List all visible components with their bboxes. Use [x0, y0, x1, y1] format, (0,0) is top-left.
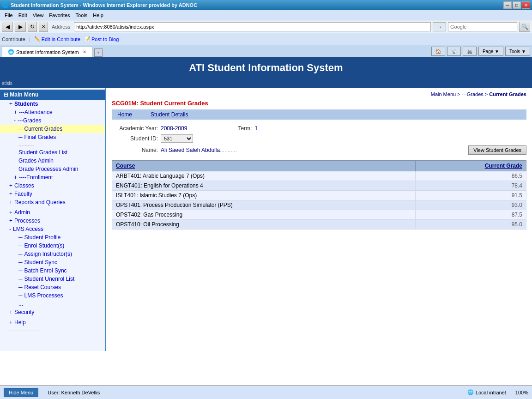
page-button[interactable]: Page ▼ — [478, 47, 503, 56]
home-toolbar-button[interactable]: 🏠 — [431, 47, 445, 56]
nav-link-home[interactable]: Home — [117, 111, 132, 118]
sidebar-content: ⊟ Main Menu + Students + ---Attendance -… — [0, 88, 105, 351]
tree-line: ─ — [18, 259, 23, 266]
sidebar-item-grades-admin[interactable]: Grades Admin — [0, 157, 105, 165]
view-student-grades-button[interactable]: View Student Grades — [468, 145, 526, 155]
name-dots: ........... — [220, 147, 237, 153]
form-row-student-id: Student ID: 531 — [112, 134, 526, 143]
blog-icon: 📝 — [84, 36, 91, 42]
breadcrumb-sep2: > — [485, 91, 489, 97]
column-header-grade[interactable]: Current Grade — [416, 161, 526, 171]
table-row: ARBT401: Arabic Language 7 (Ops)86.5 — [112, 171, 526, 181]
breadcrumb-sep1: > — [457, 91, 461, 97]
hide-menu-button[interactable]: Hide Menu — [4, 388, 38, 397]
status-zoom: 100% — [515, 390, 528, 395]
title-bar: 🌐 Student Information System - Windows I… — [0, 0, 532, 10]
sidebar-item-student-grades-list[interactable]: Student Grades List — [0, 148, 105, 157]
edit-icon: ✏️ — [34, 36, 41, 42]
sidebar-item-reports-queries[interactable]: + Reports and Queries — [0, 198, 105, 206]
tab-bar: 🌐 Student Information System ✕ + 🏠 📡 🖨️ … — [0, 45, 532, 57]
sidebar-item-grades[interactable]: - ---Grades — [0, 116, 105, 125]
tree-line: ─ — [18, 234, 23, 241]
refresh-button[interactable]: ↻ — [28, 22, 37, 32]
table-cell-course: OPST401: Process Production Simulator (P… — [112, 200, 416, 210]
nav-link-student-details[interactable]: Student Details — [151, 111, 188, 118]
sidebar-divider-1: ---------- — [0, 141, 105, 148]
menu-file[interactable]: File — [2, 12, 16, 19]
browser-tab[interactable]: 🌐 Student Information System ✕ — [2, 47, 92, 57]
menu-help[interactable]: Help — [90, 12, 106, 19]
title-bar-controls: ─ □ ✕ — [503, 1, 530, 9]
menu-edit[interactable]: Edit — [16, 12, 30, 19]
sidebar: ⊟ Main Menu + Students + ---Attendance -… — [0, 88, 106, 351]
sidebar-item-security[interactable]: + Security — [0, 308, 105, 316]
table-cell-course: OPST402: Gas Processing — [112, 210, 416, 220]
print-button[interactable]: 🖨️ — [463, 47, 477, 56]
close-button[interactable]: ✕ — [522, 1, 530, 9]
sidebar-item-faculty[interactable]: + Faculty — [0, 190, 105, 198]
breadcrumb-main-menu[interactable]: Main Menu — [431, 91, 456, 97]
sidebar-item-student-sync[interactable]: ─ Student Sync — [0, 258, 105, 266]
sidebar-item-help[interactable]: + Help — [0, 318, 105, 326]
column-header-course[interactable]: Course — [112, 161, 416, 171]
expand-icon: - — [9, 226, 11, 232]
menu-view[interactable]: View — [30, 12, 47, 19]
edit-in-contribute-link[interactable]: ✏️ Edit in Contribute — [34, 36, 80, 42]
sidebar-item-final-grades[interactable]: ─ Final Grades — [0, 133, 105, 141]
go-button[interactable]: → — [433, 22, 446, 31]
tools-button[interactable]: Tools ▼ — [505, 47, 530, 56]
sidebar-item-lms-processes[interactable]: ─ LMS Processes — [0, 291, 105, 300]
sidebar-item-assign-instructors[interactable]: ─ Assign Instructor(s) — [0, 250, 105, 258]
tab-close-icon[interactable]: ✕ — [83, 49, 86, 54]
breadcrumb-current: Current Grades — [489, 91, 526, 97]
sidebar-item-grade-processes-admin[interactable]: Grade Processes Admin — [0, 165, 105, 173]
sidebar-item-student-profile[interactable]: ─ Student Profile — [0, 233, 105, 242]
main-layout: ⊟ Main Menu + Students + ---Attendance -… — [0, 88, 532, 351]
forward-button[interactable]: ▶ — [15, 22, 26, 32]
breadcrumb-grades[interactable]: ---Grades — [462, 91, 484, 97]
content-area: Main Menu > ---Grades > Current Grades S… — [106, 88, 532, 351]
menu-favorites[interactable]: Favorites — [46, 12, 73, 19]
sidebar-item-enrollment[interactable]: + ----Enrollment — [0, 173, 105, 181]
sidebar-item-batch-enrol-sync[interactable]: ─ Batch Enrol Sync — [0, 266, 105, 275]
name-value: Ali Saeed Saleh Abdulla — [161, 147, 220, 153]
term-value: 1 — [254, 125, 258, 132]
academic-year-label: Academic Year: — [112, 125, 158, 132]
grade-table: Course Current Grade ARBT401: Arabic Lan… — [112, 160, 526, 230]
student-id-select[interactable]: 531 — [161, 134, 193, 143]
expand-icon: + — [9, 199, 12, 206]
feeds-button[interactable]: 📡 — [447, 47, 461, 56]
tree-line: ─ — [18, 134, 23, 140]
back-button[interactable]: ◀ — [2, 22, 13, 32]
sidebar-item-attendance[interactable]: + ---Attendance — [0, 108, 105, 116]
sidebar-item-current-grades[interactable]: ─ Current Grades — [0, 125, 105, 133]
maximize-button[interactable]: □ — [513, 1, 521, 9]
sidebar-item-processes[interactable]: + Processes — [0, 217, 105, 225]
sidebar-item-enrol-students[interactable]: ─ Enrol Student(s) — [0, 242, 105, 250]
table-row: OPST410: Oil Processing95.0 — [112, 220, 526, 230]
search-button[interactable]: 🔍 — [519, 22, 530, 32]
address-input[interactable] — [74, 22, 431, 31]
post-to-blog-link[interactable]: 📝 Post to Blog — [84, 36, 119, 42]
expand-icon: + — [9, 309, 12, 315]
sidebar-item-student-unenrol-list[interactable]: ─ Student Unenrol List — [0, 275, 105, 283]
menu-tools[interactable]: Tools — [73, 12, 91, 19]
nav-links-bar: Home Student Details — [112, 109, 526, 120]
sidebar-item-students[interactable]: + Students — [0, 100, 105, 108]
minimize-button[interactable]: ─ — [503, 1, 512, 9]
search-input[interactable] — [448, 22, 517, 31]
sidebar-item-lms-access[interactable]: - LMS Access — [0, 225, 105, 233]
sidebar-item-reset-courses[interactable]: ─ Reset Courses — [0, 283, 105, 291]
sidebar-item-classes[interactable]: + Classes — [0, 181, 105, 190]
term-label: Term: — [206, 125, 252, 132]
stop-button[interactable]: ✕ — [39, 22, 48, 32]
sidebar-item-ellipsis[interactable]: ... — [0, 300, 105, 308]
new-tab-button[interactable]: + — [94, 48, 103, 57]
form-row-academic-year: Academic Year: 2008-2009 Term: 1 — [112, 125, 526, 132]
expand-icon: + — [14, 109, 17, 115]
status-user: User: Kenneth DeVellis — [48, 390, 100, 395]
sidebar-item-admin[interactable]: + Admin — [0, 208, 105, 217]
table-cell-grade: 93.0 — [416, 200, 526, 210]
zone-icon: 🌐 — [467, 389, 474, 395]
tree-line: ─ — [18, 126, 23, 132]
